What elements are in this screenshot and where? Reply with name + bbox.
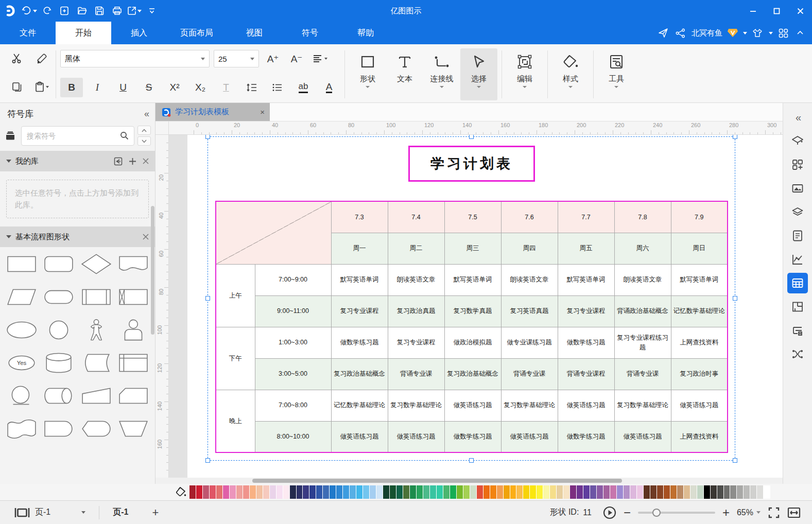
color-swatch[interactable] <box>196 485 203 499</box>
connector-tool-button[interactable]: 连接线 <box>423 48 460 100</box>
print-button[interactable] <box>108 3 126 19</box>
color-swatch[interactable] <box>504 485 510 499</box>
task-cell[interactable]: 复习英语真题 <box>501 295 558 327</box>
page-tab[interactable]: 页-1 <box>113 507 128 518</box>
shape-delay[interactable] <box>40 417 77 441</box>
prev-library-button[interactable] <box>137 126 151 135</box>
save-button[interactable] <box>91 3 108 19</box>
color-swatch[interactable] <box>697 485 704 499</box>
color-swatch[interactable] <box>277 485 283 499</box>
paste-caret-icon[interactable] <box>46 86 49 88</box>
color-swatch[interactable] <box>430 485 437 499</box>
task-cell[interactable]: 做专业课练习题 <box>501 327 558 358</box>
color-swatch[interactable] <box>450 485 457 499</box>
color-swatch[interactable] <box>730 485 737 499</box>
paste-button[interactable] <box>32 78 51 96</box>
task-cell[interactable]: 复习政治真题 <box>388 295 444 327</box>
color-swatch[interactable] <box>270 485 277 499</box>
day-cell[interactable]: 周日 <box>671 233 728 264</box>
task-cell[interactable]: 背诵政治基础概念 <box>614 295 671 327</box>
date-cell[interactable]: 7.4 <box>388 201 444 233</box>
task-cell[interactable]: 复习数学基础理论 <box>388 390 444 421</box>
presentation-mode-icon[interactable] <box>14 507 30 518</box>
color-swatch[interactable] <box>483 485 490 499</box>
color-swatch[interactable] <box>256 485 263 499</box>
task-cell[interactable]: 背诵专业课 <box>388 358 444 390</box>
strikethrough-button[interactable]: S <box>137 78 160 97</box>
add-to-library-icon[interactable] <box>129 158 136 165</box>
shape-diamond[interactable] <box>78 252 115 276</box>
shape-internal-storage[interactable] <box>115 351 152 375</box>
task-cell[interactable]: 背诵专业课 <box>614 358 671 390</box>
text-tool-button[interactable]: 文本 <box>386 48 423 100</box>
color-swatch[interactable] <box>383 485 390 499</box>
align-button[interactable] <box>310 49 330 68</box>
color-swatch[interactable] <box>203 485 210 499</box>
image-panel-icon[interactable] <box>787 178 808 199</box>
color-swatch[interactable] <box>363 485 370 499</box>
canvas-body[interactable]: 20406080100120140160180 学习计划表 7.37.47.57… <box>156 135 783 478</box>
bold-button[interactable]: B <box>60 78 83 97</box>
task-cell[interactable]: 默写英语单词 <box>558 264 614 295</box>
color-swatch[interactable] <box>283 485 290 499</box>
zoom-slider[interactable] <box>638 512 715 514</box>
connection-panel-icon[interactable] <box>787 344 808 364</box>
color-swatch[interactable] <box>223 485 230 499</box>
search-input[interactable] <box>27 132 120 140</box>
tab-view[interactable]: 视图 <box>227 22 282 44</box>
shape-noted-process[interactable] <box>115 285 152 309</box>
zoom-out-icon[interactable]: − <box>624 505 631 520</box>
color-swatch[interactable] <box>757 485 764 499</box>
format-painter-button[interactable] <box>32 49 51 68</box>
color-swatch[interactable] <box>764 485 770 499</box>
color-swatch[interactable] <box>323 485 330 499</box>
color-swatch[interactable] <box>624 485 630 499</box>
time-cell[interactable]: 7:00~8:00 <box>255 390 331 421</box>
color-swatch[interactable] <box>704 485 711 499</box>
fill-bucket-icon[interactable] <box>173 485 188 499</box>
color-swatch[interactable] <box>303 485 309 499</box>
symbols-panel-icon[interactable] <box>787 154 808 175</box>
collapse-ribbon-icon[interactable] <box>793 26 807 40</box>
color-swatch[interactable] <box>603 485 610 499</box>
app-logo-icon[interactable] <box>0 0 21 22</box>
color-swatch[interactable] <box>330 485 336 499</box>
task-cell[interactable]: 默写英语单词 <box>444 264 501 295</box>
outline-panel-icon[interactable] <box>787 320 808 341</box>
zoom-in-icon[interactable]: + <box>722 505 730 520</box>
shape-stored-data[interactable] <box>78 351 115 375</box>
notes-panel-icon[interactable] <box>787 225 808 246</box>
open-file-button[interactable] <box>73 3 91 19</box>
color-swatch[interactable] <box>724 485 731 499</box>
color-swatch[interactable] <box>523 485 530 499</box>
shape-rounded-rectangle[interactable] <box>40 252 77 276</box>
collapse-panel-icon[interactable]: « <box>144 109 148 119</box>
add-page-button[interactable]: + <box>152 506 159 519</box>
color-swatch[interactable] <box>370 485 376 499</box>
tab-insert[interactable]: 插入 <box>111 22 167 44</box>
maximize-button[interactable] <box>765 0 788 22</box>
shape-or-junction[interactable] <box>3 384 40 408</box>
subscript-button[interactable]: X₂ <box>189 78 212 97</box>
period-cell[interactable]: 上午 <box>216 264 255 327</box>
task-cell[interactable]: 做英语练习题 <box>558 390 614 421</box>
day-cell[interactable]: 周二 <box>388 233 444 264</box>
line-spacing-button[interactable] <box>240 78 263 97</box>
color-swatch[interactable] <box>356 485 363 499</box>
shape-person[interactable] <box>78 318 115 342</box>
color-swatch[interactable] <box>750 485 757 499</box>
color-swatch[interactable] <box>490 485 497 499</box>
shape-cylinder[interactable] <box>40 351 77 375</box>
task-cell[interactable]: 复习政治时事 <box>671 358 728 390</box>
diagram-title-box[interactable]: 学习计划表 <box>408 146 535 182</box>
redo-button[interactable] <box>38 3 56 19</box>
task-cell[interactable]: 做数学练习题 <box>558 421 614 452</box>
vip-badge-icon[interactable] <box>727 28 738 38</box>
time-cell[interactable]: 1:00~3:00 <box>255 327 331 358</box>
color-swatch[interactable] <box>690 485 697 499</box>
color-swatch[interactable] <box>350 485 356 499</box>
edit-tool-button[interactable]: 编辑 <box>506 48 543 100</box>
collapse-right-panel-icon[interactable]: « <box>787 107 808 128</box>
task-cell[interactable]: 记忆数学基础理论 <box>331 390 388 421</box>
color-swatch[interactable] <box>711 485 717 499</box>
